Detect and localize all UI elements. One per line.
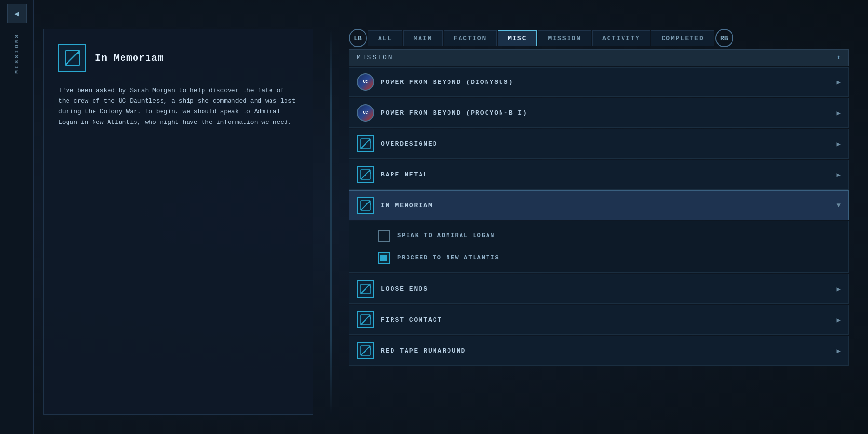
mission-name-power-procyon: POWER FROM BEYOND (PROCYON-B I)	[381, 109, 830, 117]
back-button[interactable]: ◀	[7, 4, 27, 23]
subtask-proceed-new-atlantis[interactable]: PROCEED TO NEW ATLANTIS	[349, 247, 848, 269]
misc-icon-bare-metal	[357, 166, 374, 183]
sidebar: ◀ MISSIONS	[0, 0, 34, 434]
checkbox-speak-admiral[interactable]	[378, 230, 390, 242]
sidebar-section-label: MISSIONS	[14, 33, 20, 74]
mission-name-loose-ends: LOOSE ENDS	[381, 285, 830, 293]
arrow-right-icon-3: ▶	[837, 140, 841, 148]
mission-name-in-memoriam: IN MEMORIAM	[381, 202, 830, 209]
svg-line-5	[361, 139, 370, 149]
mission-item-in-memoriam[interactable]: IN MEMORIAM ▼	[349, 190, 849, 220]
svg-line-17	[361, 284, 370, 294]
misc-icon-loose-ends	[357, 280, 374, 298]
mission-item-overdesigned[interactable]: OVERDESIGNED ▶	[349, 129, 849, 159]
mission-item-power-dionysus[interactable]: UC POWER FROM BEYOND (DIONYSUS) ▶	[349, 67, 849, 97]
misc-icon-first-contact	[357, 311, 374, 328]
back-icon: ◀	[14, 8, 19, 19]
mission-item-red-tape[interactable]: RED TAPE RUNAROUND ▶	[349, 336, 849, 366]
uc-faction-icon-2: UC	[357, 104, 374, 122]
sort-header[interactable]: MISSION ⬍	[349, 49, 849, 66]
subtask-label-speak-admiral: SPEAK TO ADMIRAL LOGAN	[397, 232, 495, 239]
svg-line-21	[361, 315, 370, 325]
mission-header: In Memoriam	[58, 44, 298, 72]
main-content: In Memoriam I've been asked by Sarah Mor…	[34, 0, 868, 434]
mission-item-first-contact[interactable]: FIRST CONTACT ▶	[349, 305, 849, 335]
mission-name-bare-metal: BARE METAL	[381, 171, 830, 178]
mission-detail-icon	[58, 44, 86, 72]
mission-icon-first-contact	[357, 311, 374, 328]
svg-line-25	[361, 346, 370, 355]
checkbox-check-icon	[380, 255, 387, 261]
uc-faction-icon-1: UC	[357, 73, 374, 91]
mission-item-bare-metal[interactable]: BARE METAL ▶	[349, 160, 849, 190]
arrow-down-icon: ▼	[837, 202, 841, 209]
tab-completed[interactable]: COMPLETED	[651, 30, 714, 46]
mission-icon-uc-2: UC	[357, 104, 374, 122]
arrow-right-icon-7: ▶	[837, 347, 841, 355]
arrow-right-icon-5: ▶	[837, 285, 841, 293]
mission-icon-loose-ends	[357, 280, 374, 298]
mission-name-overdesigned: OVERDESIGNED	[381, 140, 830, 148]
mission-item-loose-ends[interactable]: LOOSE ENDS ▶	[349, 274, 849, 304]
mission-detail-title: In Memoriam	[95, 53, 164, 64]
mission-item-power-procyon[interactable]: UC POWER FROM BEYOND (PROCYON-B I) ▶	[349, 98, 849, 128]
mission-icon-bare-metal	[357, 166, 374, 183]
misc-icon-in-memoriam	[357, 197, 374, 214]
subtask-label-proceed-new-atlantis: PROCEED TO NEW ATLANTIS	[397, 255, 500, 261]
mission-detail-panel: In Memoriam I've been asked by Sarah Mor…	[43, 29, 313, 415]
sort-header-label: MISSION	[357, 54, 393, 61]
mission-name-power-dionysus: POWER FROM BEYOND (DIONYSUS)	[381, 79, 830, 86]
tab-activity[interactable]: ACTIVITY	[592, 30, 650, 46]
panel-divider	[330, 29, 332, 415]
arrow-right-icon-6: ▶	[837, 316, 841, 324]
mission-icon-uc-1: UC	[357, 73, 374, 91]
tab-misc[interactable]: MISC	[498, 30, 537, 46]
subtask-speak-admiral[interactable]: SPEAK TO ADMIRAL LOGAN	[349, 225, 848, 246]
misc-icon-red-tape	[357, 342, 374, 359]
mission-list: UC POWER FROM BEYOND (DIONYSUS) ▶ UC POW…	[349, 67, 849, 415]
mission-detail-icon-svg	[64, 49, 81, 67]
rb-button[interactable]: RB	[715, 29, 733, 47]
mission-name-red-tape: RED TAPE RUNAROUND	[381, 347, 830, 354]
arrow-right-icon-4: ▶	[837, 171, 841, 179]
svg-line-9	[361, 170, 370, 179]
mission-icon-overdesigned	[357, 135, 374, 152]
tab-faction[interactable]: FACTION	[444, 30, 497, 46]
mission-icon-in-memoriam	[357, 197, 374, 214]
sort-icon: ⬍	[837, 54, 841, 62]
tab-main[interactable]: MAIN	[403, 30, 442, 46]
tab-mission[interactable]: MISSION	[538, 30, 591, 46]
arrow-right-icon-1: ▶	[837, 78, 841, 86]
arrow-right-icon-2: ▶	[837, 109, 841, 117]
tab-all[interactable]: ALL	[368, 30, 402, 46]
mission-icon-red-tape	[357, 342, 374, 359]
misc-icon-overdesigned	[357, 135, 374, 152]
mission-list-panel: LB ALL MAIN FACTION MISC MISSION ACTIVIT…	[349, 29, 849, 415]
subtask-container: SPEAK TO ADMIRAL LOGAN PROCEED TO NEW AT…	[349, 221, 849, 273]
lb-button[interactable]: LB	[349, 29, 367, 47]
mission-detail-description: I've been asked by Sarah Morgan to help …	[58, 85, 298, 128]
tab-bar: LB ALL MAIN FACTION MISC MISSION ACTIVIT…	[349, 29, 849, 47]
svg-line-13	[361, 201, 370, 210]
checkbox-proceed-new-atlantis[interactable]	[378, 252, 390, 264]
mission-name-first-contact: FIRST CONTACT	[381, 316, 830, 324]
